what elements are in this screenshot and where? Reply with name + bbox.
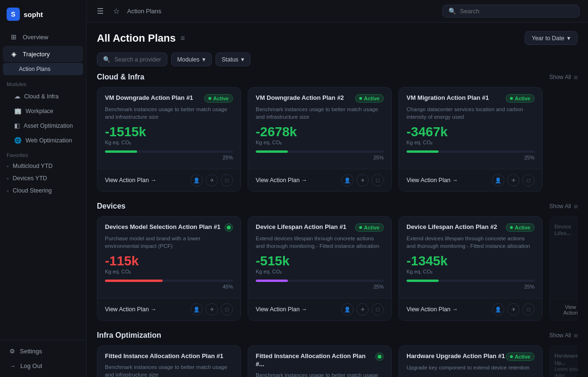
share-icon[interactable]: ✈: [206, 303, 218, 316]
card-title: Devices Model Selection Action Plan #1: [105, 223, 225, 231]
card-body: Fitted Instance Allocation Action Plan #…: [248, 346, 391, 377]
logo-icon: S: [7, 8, 20, 21]
share-icon[interactable]: ✈: [206, 174, 218, 186]
card-body: Devices Model Selection Action Plan #1 P…: [97, 217, 241, 298]
action-plans-label: Action Plans: [19, 66, 51, 72]
view-action-button[interactable]: View Action Plan →: [256, 306, 307, 313]
sidebar-bottom: ⚙ Settings → Log Out: [0, 340, 86, 377]
copy-icon[interactable]: □: [372, 174, 384, 186]
search-provider[interactable]: 🔍 Search a provider: [97, 53, 167, 66]
card-metric: -515k: [256, 254, 384, 268]
copy-icon[interactable]: □: [221, 174, 233, 186]
content-area: All Action Plans ≡ Year to Date ▾ 🔍 Sear…: [86, 23, 588, 377]
user-icon[interactable]: 👤: [492, 174, 504, 186]
action-card-device-lifespan-partial: Device Lifes... View Action: [549, 216, 578, 321]
sidebar-item-overview[interactable]: ⊞ Overview: [3, 29, 83, 45]
view-action-button[interactable]: View Action Plan →: [406, 306, 458, 313]
status-filter-button[interactable]: Status ▾: [216, 53, 251, 66]
status-badge: Active: [506, 94, 535, 103]
sidebar-item-web-optimization[interactable]: 🌐 Web Optimization: [3, 133, 83, 147]
sidebar-item-label: Asset Optimization: [24, 123, 73, 129]
action-card-hardware-upgrade-partial: Hardware Up... Lorem ipsum dolor consete…: [549, 345, 578, 377]
status-dot: [510, 226, 513, 229]
status-badge: Active: [506, 223, 535, 232]
view-action-button[interactable]: View Action: [557, 304, 578, 316]
show-all-button[interactable]: Show All ⊞: [549, 203, 578, 210]
card-metric: -1515k: [105, 125, 233, 139]
card-footer: View Action Plan → 👤 ✈ □: [399, 169, 542, 191]
user-icon[interactable]: 👤: [492, 303, 504, 316]
sidebar-settings[interactable]: ⚙ Settings: [3, 344, 83, 359]
view-action-button[interactable]: View Action Plan →: [105, 306, 156, 313]
copy-icon[interactable]: □: [522, 174, 535, 186]
card-header-row: VM Downgrade Action Plan #2 Active: [256, 94, 384, 103]
share-icon[interactable]: ✈: [507, 303, 519, 316]
user-icon[interactable]: 👤: [190, 174, 203, 186]
sidebar-item-trajectory[interactable]: ◈ Trajectory: [3, 46, 83, 62]
view-action-button[interactable]: View Action Plan →: [406, 177, 458, 184]
card-body: VM Migration Action Plan #1 Active Chang…: [399, 88, 542, 169]
favorites-label: Favorites: [7, 152, 79, 158]
copy-icon[interactable]: □: [372, 303, 384, 316]
sidebar-toggle-button[interactable]: ☰: [95, 5, 105, 18]
search-input[interactable]: [460, 8, 573, 15]
sidebar-item-cloud-infra[interactable]: ☁ Cloud & Infra: [3, 89, 83, 103]
card-metric: -2678k: [256, 125, 384, 139]
overview-icon: ⊞: [9, 33, 18, 41]
sidebar-item-asset-optimization[interactable]: ◧ Asset Optimization: [3, 119, 83, 132]
share-icon[interactable]: ✈: [507, 174, 519, 186]
user-icon[interactable]: 👤: [190, 303, 203, 316]
sidebar-fav-cloud-steering[interactable]: Cloud Steering: [7, 184, 79, 197]
copy-icon[interactable]: □: [221, 303, 233, 316]
show-all-button[interactable]: Show All ⊞: [549, 74, 578, 80]
card-unit: Kg eq. CO₂: [105, 269, 233, 275]
progress-fill: [406, 280, 439, 282]
card-description: Upgrade key component to extend device r…: [406, 364, 535, 377]
app-name: sopht: [24, 10, 43, 18]
card-title: Device Lifespan Action Plan #2: [406, 223, 506, 231]
date-filter-button[interactable]: Year to Date ▾: [525, 31, 578, 45]
progress-bar: [105, 280, 233, 282]
progress-fill: [256, 150, 288, 153]
share-icon[interactable]: ✈: [356, 303, 369, 316]
search-bar[interactable]: 🔍: [442, 5, 579, 18]
card-body: Fitted Instance Allocation Action Plan #…: [97, 346, 241, 377]
sidebar-item-workplace[interactable]: 🏢 Workplace: [3, 104, 83, 118]
star-button[interactable]: ☆: [111, 5, 121, 18]
modules-filter-button[interactable]: Modules ▾: [171, 53, 212, 66]
card-description: Extend devices lifespan through concrete…: [406, 235, 535, 250]
card-header-row: VM Migration Action Plan #1 Active: [406, 94, 535, 103]
topbar: ☰ ☆ Action Plans 🔍: [86, 0, 588, 23]
sidebar-fav-devices[interactable]: Devices YTD: [7, 172, 79, 184]
page-header: All Action Plans ≡ Year to Date ▾: [97, 31, 578, 45]
view-action-button[interactable]: View Action Plan →: [256, 177, 307, 184]
user-icon[interactable]: 👤: [341, 174, 354, 186]
section-infra-optimization: Infra OptimizationShow All ⊞ Fitted Inst…: [97, 331, 578, 377]
status-dot: [227, 226, 231, 229]
share-icon[interactable]: ✈: [356, 174, 369, 186]
breadcrumb: Action Plans: [127, 8, 161, 15]
favorites-section: Favorites Multicloud YTD Devices YTD Clo…: [0, 148, 86, 199]
progress-label: 25%: [256, 284, 384, 289]
sidebar-logout[interactable]: → Log Out: [3, 359, 83, 373]
cloud-infra-icon: ☁: [14, 93, 20, 100]
copy-icon[interactable]: □: [522, 303, 535, 316]
card-metric: -1345k: [406, 254, 535, 268]
modules-filter-label: Modules: [177, 56, 199, 63]
sidebar-item-action-plans[interactable]: Action Plans: [3, 63, 83, 75]
view-action-button[interactable]: View Action Plan →: [105, 177, 156, 184]
card-footer-icons: 👤 ✈ □: [341, 174, 384, 186]
card-title: Hardware Upgrade Action Plan #1: [406, 352, 506, 360]
section-title: Devices: [97, 202, 126, 210]
filter-icon[interactable]: ≡: [181, 34, 185, 43]
progress-label: 25%: [256, 155, 384, 160]
sidebar: S sopht ⊞ Overview ◈ Trajectory Action P…: [0, 0, 86, 377]
card-body: Device Lifespan Action Plan #1 Active Ex…: [248, 217, 391, 298]
user-icon[interactable]: 👤: [341, 303, 354, 316]
status-indicator: [375, 352, 384, 361]
card-body: Hardware Upgrade Action Plan #1 Active U…: [399, 346, 542, 377]
card-description: Benchmark instances usage to better matc…: [256, 105, 384, 121]
card-description: Benchmark instances usage to better matc…: [105, 363, 233, 377]
show-all-button[interactable]: Show All ⊞: [549, 332, 578, 339]
sidebar-fav-multicloud[interactable]: Multicloud YTD: [7, 160, 79, 172]
